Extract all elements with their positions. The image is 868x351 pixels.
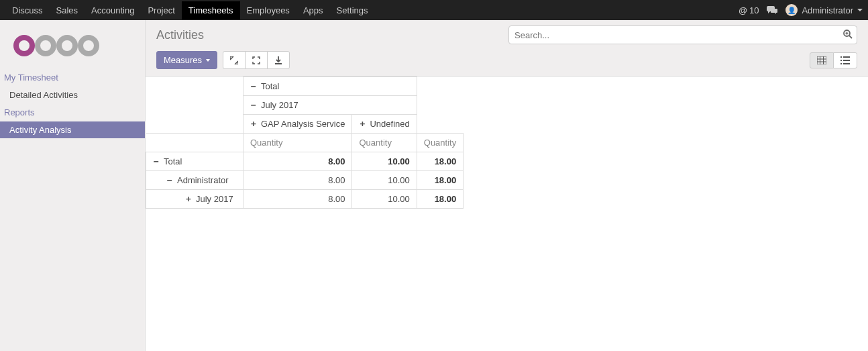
cell: 18.00 [417,171,463,190]
nav-employees[interactable]: Employees [240,1,296,19]
col-header-total[interactable]: −Total [243,77,417,96]
fullscreen-icon [252,56,260,64]
col-header-month[interactable]: −July 2017 [243,96,417,115]
at-icon: @ [739,5,747,15]
plus-icon: + [185,194,192,204]
sidebar-item-detailed-activities[interactable]: Detailed Activities [0,87,145,103]
notif-count: 10 [749,5,759,15]
plus-icon: + [359,119,366,129]
search-plus-icon[interactable] [843,29,853,40]
list-icon [840,56,850,64]
control-bar: Activities Measures [146,20,868,77]
table-row: −Total 8.00 10.00 18.00 [146,152,464,171]
measure-header: Quantity [243,134,352,152]
row-header-admin[interactable]: −Administrator [146,171,243,190]
sidebar-section-reports[interactable]: Reports [0,103,145,121]
list-view-button[interactable] [833,52,857,68]
cell: 8.00 [243,171,352,190]
nav-settings[interactable]: Settings [330,1,375,19]
chevron-down-icon [857,9,863,11]
expand-arrows-icon [230,56,238,64]
avatar: 👤 [785,4,798,16]
sidebar-section-my-timesheet[interactable]: My Timesheet [0,68,145,87]
cell: 10.00 [352,152,417,171]
chevron-down-icon [206,59,210,62]
minus-icon: − [166,175,173,185]
download-button[interactable] [267,51,290,69]
table-row: +July 2017 8.00 10.00 18.00 [146,190,464,209]
nav-accounting[interactable]: Accounting [85,1,141,19]
pivot-content: −Total −July 2017 +GAP Analysis Service … [146,77,868,351]
cell: 18.00 [417,152,463,171]
row-header-july[interactable]: +July 2017 [146,190,243,209]
sidebar-item-activity-analysis[interactable]: Activity Analysis [0,121,145,138]
search-input[interactable] [508,26,857,44]
pivot-icon [817,56,826,64]
minus-icon: − [250,81,257,91]
user-menu[interactable]: 👤 Administrator [785,4,863,16]
sidebar: My Timesheet Detailed Activities Reports… [0,20,146,351]
flip-axis-button[interactable] [223,51,246,69]
top-nav-left: Discuss Sales Accounting Project Timeshe… [5,1,375,19]
measure-header: Quantity [352,134,417,152]
minus-icon: − [250,100,257,110]
cell: 8.00 [243,152,352,171]
col-header-sub1[interactable]: +GAP Analysis Service [243,115,352,134]
page-title: Activities [156,28,204,42]
nav-timesheets[interactable]: Timesheets [182,1,240,19]
cell: 8.00 [243,190,352,209]
measures-button[interactable]: Measures [156,51,217,69]
pivot-table: −Total −July 2017 +GAP Analysis Service … [146,77,464,209]
row-header-total[interactable]: −Total [146,152,243,171]
cell: 10.00 [352,190,417,209]
main: Activities Measures [146,20,868,351]
nav-sales[interactable]: Sales [50,1,85,19]
user-name: Administrator [802,5,853,15]
measure-header: Quantity [417,134,463,152]
nav-apps[interactable]: Apps [296,1,330,19]
svg-rect-4 [817,56,826,64]
logo[interactable] [0,20,145,68]
plus-icon: + [250,119,257,129]
nav-project[interactable]: Project [141,1,181,19]
cell: 18.00 [417,190,463,209]
pivot-view-button[interactable] [810,52,834,68]
download-icon [274,56,282,64]
minus-icon: − [153,156,160,166]
messages-icon[interactable] [767,5,777,15]
cell: 10.00 [352,171,417,190]
measures-label: Measures [164,55,202,65]
nav-discuss[interactable]: Discuss [5,1,50,19]
col-header-sub2[interactable]: +Undefined [352,115,417,134]
notifications[interactable]: @ 10 [739,5,759,15]
top-nav-right: @ 10 👤 Administrator [739,4,863,16]
expand-all-button[interactable] [245,51,268,69]
top-nav: Discuss Sales Accounting Project Timeshe… [0,0,868,20]
table-row: −Administrator 8.00 10.00 18.00 [146,171,464,190]
svg-line-1 [849,36,852,38]
